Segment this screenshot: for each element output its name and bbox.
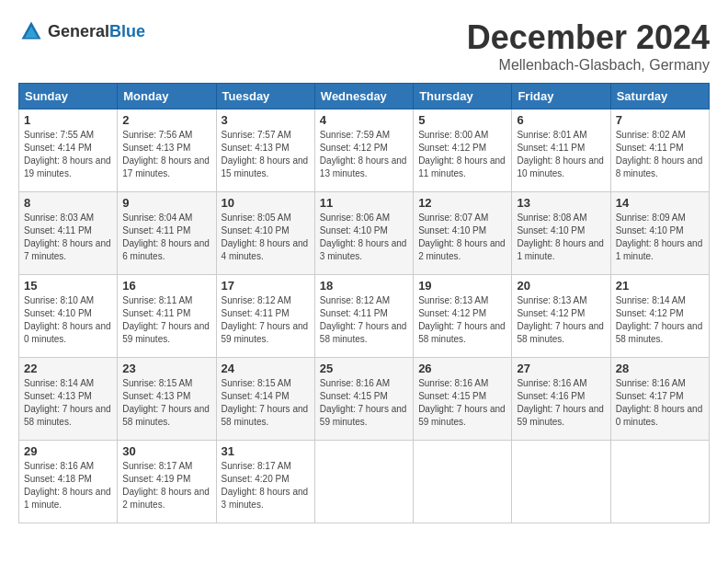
calendar-week-1: 1 Sunrise: 7:55 AMSunset: 4:14 PMDayligh…	[19, 109, 710, 192]
calendar-week-3: 15 Sunrise: 8:10 AMSunset: 4:10 PMDaylig…	[19, 275, 710, 358]
day-info: Sunrise: 8:03 AMSunset: 4:11 PMDaylight:…	[24, 213, 111, 261]
day-number: 25	[320, 362, 408, 375]
weekday-header-monday: Monday	[118, 84, 216, 109]
calendar-cell: 7 Sunrise: 8:02 AMSunset: 4:11 PMDayligh…	[610, 109, 709, 192]
calendar-cell: 22 Sunrise: 8:14 AMSunset: 4:13 PMDaylig…	[19, 358, 118, 441]
day-info: Sunrise: 8:14 AMSunset: 4:13 PMDaylight:…	[24, 378, 111, 427]
calendar-cell: 4 Sunrise: 7:59 AMSunset: 4:12 PMDayligh…	[314, 109, 413, 192]
weekday-header-row: SundayMondayTuesdayWednesdayThursdayFrid…	[19, 84, 710, 109]
day-info: Sunrise: 7:59 AMSunset: 4:12 PMDaylight:…	[320, 130, 407, 178]
day-number: 19	[418, 279, 506, 293]
day-number: 8	[24, 196, 112, 210]
logo-general: General	[48, 22, 109, 40]
day-number: 23	[122, 362, 210, 375]
day-info: Sunrise: 7:56 AMSunset: 4:13 PMDaylight:…	[122, 130, 210, 178]
day-number: 30	[122, 444, 210, 458]
day-info: Sunrise: 8:17 AMSunset: 4:19 PMDaylight:…	[122, 461, 210, 510]
day-number: 6	[517, 113, 605, 127]
day-number: 1	[24, 113, 112, 127]
calendar-cell: 12 Sunrise: 8:07 AMSunset: 4:10 PMDaylig…	[414, 192, 512, 275]
calendar-cell: 9 Sunrise: 8:04 AMSunset: 4:11 PMDayligh…	[118, 192, 216, 275]
weekday-header-tuesday: Tuesday	[216, 84, 314, 109]
day-info: Sunrise: 8:16 AMSunset: 4:15 PMDaylight:…	[418, 378, 506, 427]
day-number: 3	[222, 113, 310, 127]
calendar-cell: 3 Sunrise: 7:57 AMSunset: 4:13 PMDayligh…	[216, 109, 314, 192]
month-title: December 2024	[467, 18, 710, 57]
calendar-cell: 26 Sunrise: 8:16 AMSunset: 4:15 PMDaylig…	[414, 358, 512, 441]
day-info: Sunrise: 8:01 AMSunset: 4:11 PMDaylight:…	[517, 130, 604, 178]
day-number: 14	[616, 196, 704, 210]
weekday-header-wednesday: Wednesday	[314, 84, 413, 109]
day-info: Sunrise: 8:13 AMSunset: 4:12 PMDaylight:…	[517, 295, 604, 344]
day-info: Sunrise: 7:55 AMSunset: 4:14 PMDaylight:…	[24, 130, 111, 178]
day-number: 22	[24, 362, 112, 375]
calendar-cell	[512, 441, 610, 523]
day-number: 11	[320, 196, 408, 210]
day-number: 27	[517, 362, 605, 375]
day-info: Sunrise: 8:10 AMSunset: 4:10 PMDaylight:…	[24, 295, 111, 344]
weekday-header-sunday: Sunday	[19, 84, 118, 109]
calendar-cell: 21 Sunrise: 8:14 AMSunset: 4:12 PMDaylig…	[610, 275, 709, 358]
calendar-cell: 30 Sunrise: 8:17 AMSunset: 4:19 PMDaylig…	[118, 441, 216, 523]
day-info: Sunrise: 8:16 AMSunset: 4:18 PMDaylight:…	[24, 461, 111, 510]
day-info: Sunrise: 8:00 AMSunset: 4:12 PMDaylight:…	[418, 130, 506, 178]
calendar-cell: 6 Sunrise: 8:01 AMSunset: 4:11 PMDayligh…	[512, 109, 610, 192]
day-info: Sunrise: 8:04 AMSunset: 4:11 PMDaylight:…	[122, 213, 210, 261]
day-info: Sunrise: 8:08 AMSunset: 4:10 PMDaylight:…	[517, 213, 604, 261]
day-info: Sunrise: 8:17 AMSunset: 4:20 PMDaylight:…	[222, 461, 309, 510]
day-number: 10	[222, 196, 310, 210]
day-number: 24	[222, 362, 310, 375]
day-number: 7	[616, 113, 704, 127]
calendar-week-5: 29 Sunrise: 8:16 AMSunset: 4:18 PMDaylig…	[19, 441, 710, 523]
calendar-week-4: 22 Sunrise: 8:14 AMSunset: 4:13 PMDaylig…	[19, 358, 710, 441]
calendar-cell: 28 Sunrise: 8:16 AMSunset: 4:17 PMDaylig…	[610, 358, 709, 441]
day-number: 12	[418, 196, 506, 210]
day-number: 17	[222, 279, 310, 293]
calendar-cell: 19 Sunrise: 8:13 AMSunset: 4:12 PMDaylig…	[414, 275, 512, 358]
day-number: 4	[320, 113, 408, 127]
title-area: December 2024 Mellenbach-Glasbach, Germa…	[467, 18, 710, 74]
day-info: Sunrise: 8:15 AMSunset: 4:14 PMDaylight:…	[222, 378, 309, 427]
calendar-cell: 15 Sunrise: 8:10 AMSunset: 4:10 PMDaylig…	[19, 275, 118, 358]
day-info: Sunrise: 7:57 AMSunset: 4:13 PMDaylight:…	[222, 130, 309, 178]
weekday-header-saturday: Saturday	[610, 84, 709, 109]
day-info: Sunrise: 8:16 AMSunset: 4:16 PMDaylight:…	[517, 378, 604, 427]
calendar-cell: 25 Sunrise: 8:16 AMSunset: 4:15 PMDaylig…	[314, 358, 413, 441]
day-number: 28	[616, 362, 704, 375]
day-number: 16	[122, 279, 210, 293]
day-number: 31	[222, 444, 310, 458]
calendar-cell: 16 Sunrise: 8:11 AMSunset: 4:11 PMDaylig…	[118, 275, 216, 358]
day-number: 13	[517, 196, 605, 210]
day-info: Sunrise: 8:13 AMSunset: 4:12 PMDaylight:…	[418, 295, 506, 344]
calendar-cell: 24 Sunrise: 8:15 AMSunset: 4:14 PMDaylig…	[216, 358, 314, 441]
day-info: Sunrise: 8:05 AMSunset: 4:10 PMDaylight:…	[222, 213, 309, 261]
calendar-cell: 20 Sunrise: 8:13 AMSunset: 4:12 PMDaylig…	[512, 275, 610, 358]
logo: GeneralBlue	[18, 18, 145, 44]
day-number: 15	[24, 279, 112, 293]
day-info: Sunrise: 8:12 AMSunset: 4:11 PMDaylight:…	[320, 295, 407, 344]
day-number: 5	[418, 113, 506, 127]
day-number: 26	[418, 362, 506, 375]
calendar-cell: 27 Sunrise: 8:16 AMSunset: 4:16 PMDaylig…	[512, 358, 610, 441]
logo-icon	[18, 18, 44, 44]
day-number: 9	[122, 196, 210, 210]
day-info: Sunrise: 8:02 AMSunset: 4:11 PMDaylight:…	[616, 130, 703, 178]
calendar-cell: 31 Sunrise: 8:17 AMSunset: 4:20 PMDaylig…	[216, 441, 314, 523]
day-number: 2	[122, 113, 210, 127]
calendar-cell: 5 Sunrise: 8:00 AMSunset: 4:12 PMDayligh…	[414, 109, 512, 192]
day-info: Sunrise: 8:07 AMSunset: 4:10 PMDaylight:…	[418, 213, 506, 261]
calendar-cell	[414, 441, 512, 523]
day-info: Sunrise: 8:16 AMSunset: 4:17 PMDaylight:…	[616, 378, 703, 427]
day-info: Sunrise: 8:09 AMSunset: 4:10 PMDaylight:…	[616, 213, 703, 261]
calendar-cell	[610, 441, 709, 523]
page-header: GeneralBlue December 2024 Mellenbach-Gla…	[18, 18, 710, 74]
location-title: Mellenbach-Glasbach, Germany	[467, 57, 710, 74]
calendar-cell: 8 Sunrise: 8:03 AMSunset: 4:11 PMDayligh…	[19, 192, 118, 275]
calendar-cell: 1 Sunrise: 7:55 AMSunset: 4:14 PMDayligh…	[19, 109, 118, 192]
day-number: 20	[517, 279, 605, 293]
calendar-cell: 11 Sunrise: 8:06 AMSunset: 4:10 PMDaylig…	[314, 192, 413, 275]
day-info: Sunrise: 8:06 AMSunset: 4:10 PMDaylight:…	[320, 213, 407, 261]
calendar-cell: 29 Sunrise: 8:16 AMSunset: 4:18 PMDaylig…	[19, 441, 118, 523]
day-number: 29	[24, 444, 112, 458]
calendar-week-2: 8 Sunrise: 8:03 AMSunset: 4:11 PMDayligh…	[19, 192, 710, 275]
